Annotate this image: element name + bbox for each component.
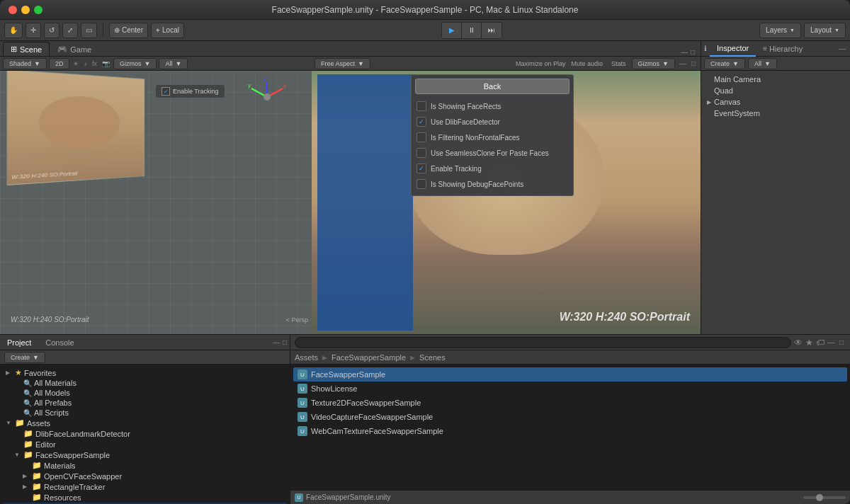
hand-tool-button[interactable]: ✋: [4, 23, 23, 38]
game-panel-minimize[interactable]: —: [679, 59, 686, 67]
editor-folder[interactable]: 📁 Editor: [3, 439, 287, 449]
stats-btn[interactable]: Stats: [608, 60, 629, 67]
asset-item-showlicense[interactable]: U ShowLicense: [293, 382, 847, 396]
breadcrumb-assets[interactable]: Assets: [295, 353, 318, 362]
checkbox-5[interactable]: [416, 179, 426, 189]
asset-item-webcam[interactable]: U WebCamTextureFaceSwapperSample: [293, 424, 847, 438]
asset-item-faceswapper[interactable]: U FaceSwapperSample: [293, 367, 847, 382]
back-button[interactable]: Back: [415, 79, 570, 94]
hierarchy-item-canvas[interactable]: ▶ Canvas: [704, 96, 847, 108]
game-gizmos-dropdown[interactable]: Gizmos ▼: [632, 58, 675, 69]
bottom-tabs: Project Console — □: [0, 335, 290, 350]
game-panel-expand[interactable]: □: [689, 59, 698, 67]
layers-dropdown-arrow: ▼: [790, 28, 795, 33]
all-prefabs-item[interactable]: 🔍 All Prefabs: [3, 398, 287, 408]
hierarchy-item-main-camera[interactable]: Main Camera: [704, 74, 847, 85]
rect-tool-button[interactable]: ▭: [81, 23, 97, 38]
tab-console[interactable]: Console: [38, 335, 81, 350]
all-materials-item[interactable]: 🔍 All Materials: [3, 378, 287, 388]
scene-face: [7, 71, 144, 185]
assets-group[interactable]: ▼ 📁 Assets: [3, 418, 287, 428]
dlib-folder[interactable]: 📁 DlibFaceLandmarkDetector: [3, 428, 287, 439]
maximize-button[interactable]: [34, 6, 42, 14]
scale-tool-button[interactable]: ⤢: [62, 23, 78, 38]
tab-hierarchy[interactable]: ≡ Hierarchy: [756, 41, 810, 57]
free-aspect-dropdown[interactable]: Free Aspect ▼: [314, 58, 370, 69]
layers-dropdown[interactable]: Layers ▼: [759, 23, 801, 38]
audio-icon[interactable]: ♪: [82, 60, 89, 67]
assets-expand[interactable]: □: [837, 338, 846, 346]
assets-minimize[interactable]: —: [827, 338, 834, 346]
project-create-dropdown[interactable]: Create ▼: [4, 352, 45, 363]
game-blue-panel: [317, 74, 413, 331]
faceswapper-folder[interactable]: ▼ 📁 FaceSwapperSample: [3, 449, 287, 460]
hierarchy-content: Main Camera Quad ▶ Canvas EventSystem: [701, 71, 850, 334]
settings-item-2: Is Filtering NonFrontalFaces: [415, 130, 570, 145]
rectangle-folder[interactable]: ▶ 📁 RectangleTracker: [3, 481, 287, 492]
tab-inspector[interactable]: Inspector: [710, 41, 756, 57]
inspector-create-dropdown[interactable]: Create ▼: [704, 58, 745, 69]
checkbox-4[interactable]: ✓: [416, 164, 426, 173]
inspector-all-dropdown[interactable]: All ▼: [748, 58, 777, 69]
settings-item-5: Is Showing DebugFacePoints: [415, 176, 570, 192]
mute-audio-btn[interactable]: Mute audio: [568, 60, 606, 67]
center-button[interactable]: ⊕ Center: [109, 23, 148, 38]
fx-icon[interactable]: fx: [91, 60, 98, 67]
asset-item-texture2d[interactable]: U Texture2DFaceSwapperSample: [293, 396, 847, 410]
gizmos-all-dropdown[interactable]: All ▼: [159, 58, 188, 69]
checkbox-3[interactable]: [416, 148, 426, 158]
bottom-expand[interactable]: □: [283, 338, 287, 346]
label-icon[interactable]: 🏷: [816, 338, 824, 348]
gizmos-dropdown[interactable]: Gizmos ▼: [113, 58, 157, 69]
layout-dropdown[interactable]: Layout ▼: [804, 23, 846, 38]
scene-camera-icon[interactable]: 📷: [101, 60, 111, 67]
checkbox-2[interactable]: [416, 132, 426, 142]
asset-item-videocapture[interactable]: U VideoCaptureFaceSwapperSample: [293, 410, 847, 424]
right-panel-minimize[interactable]: —: [834, 45, 850, 52]
star-filter-icon[interactable]: ★: [805, 338, 813, 348]
all-models-item[interactable]: 🔍 All Models: [3, 388, 287, 398]
rotate-tool-button[interactable]: ↺: [44, 23, 60, 38]
maximize-on-play[interactable]: Maximize on Play: [516, 60, 566, 67]
tab-project[interactable]: Project: [0, 335, 38, 350]
2d-button[interactable]: 2D: [49, 58, 70, 69]
move-tool-button[interactable]: ✛: [26, 23, 41, 38]
expand-arrow: ▶: [23, 483, 30, 490]
light-icon[interactable]: ☀: [72, 60, 80, 67]
step-button[interactable]: ⏭: [482, 23, 502, 38]
resources-folder[interactable]: 📁 Resources: [3, 492, 287, 503]
scene-camera-feed: [6, 71, 144, 185]
hierarchy-item-eventsystem[interactable]: EventSystem: [704, 108, 847, 119]
panel-expand[interactable]: □: [691, 48, 695, 56]
pause-button[interactable]: ⏸: [462, 23, 482, 38]
zoom-slider[interactable]: [803, 496, 846, 499]
local-button[interactable]: ⌖ Local: [151, 23, 184, 38]
game-view: Free Aspect ▼ Maximize on Play Mute audi…: [312, 57, 701, 334]
play-button[interactable]: ▶: [442, 23, 462, 38]
shading-dropdown[interactable]: Shaded ▼: [3, 58, 47, 69]
all-scripts-item[interactable]: 🔍 All Scripts: [3, 408, 287, 418]
panel-minimize[interactable]: —: [681, 48, 688, 56]
rotate-icon: ↺: [49, 26, 55, 34]
assets-toolbar: 👁 ★ 🏷 — □: [290, 335, 850, 350]
enable-tracking-checkbox[interactable]: ✓: [162, 87, 170, 96]
eye-icon[interactable]: 👁: [794, 338, 803, 348]
breadcrumb-faceswapper[interactable]: FaceSwapperSample: [332, 353, 406, 362]
checkbox-0[interactable]: [416, 101, 426, 111]
hierarchy-item-quad[interactable]: Quad: [704, 85, 847, 96]
favorites-group[interactable]: ▶ ★ Favorites: [3, 367, 287, 378]
close-button[interactable]: [8, 6, 17, 14]
expand-arrow: ▼: [14, 452, 21, 458]
tab-game[interactable]: 🎮 Game: [50, 42, 99, 56]
tab-scene[interactable]: ⊞ Scene: [3, 42, 50, 56]
bottom-minimize[interactable]: —: [273, 338, 280, 346]
checkbox-1[interactable]: ✓: [416, 117, 426, 127]
search-input[interactable]: [295, 337, 791, 348]
folder-icon: 📁: [32, 471, 42, 481]
opencv-folder[interactable]: ▶ 📁 OpenCVFaceSwapper: [3, 471, 287, 481]
breadcrumb: Assets ► FaceSwapperSample ► Scenes: [290, 350, 850, 365]
materials-folder[interactable]: 📁 Materials: [3, 460, 287, 471]
minimize-button[interactable]: [21, 6, 30, 14]
folder-icon: 📁: [32, 482, 42, 491]
breadcrumb-scenes[interactable]: Scenes: [419, 353, 446, 362]
